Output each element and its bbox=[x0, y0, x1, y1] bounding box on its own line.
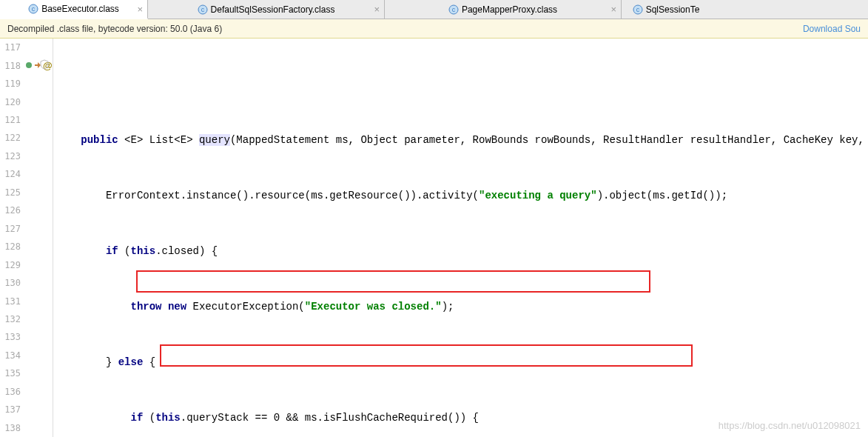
inspection-shield-icon[interactable] bbox=[39, 59, 50, 72]
svg-text:c: c bbox=[201, 6, 204, 13]
svg-text:c: c bbox=[452, 6, 456, 13]
line-number: 130 bbox=[0, 278, 24, 288]
line-number: 134 bbox=[0, 350, 24, 361]
line-number: 137 bbox=[0, 404, 24, 415]
decompile-info-text: Decompiled .class file, bytecode version… bbox=[7, 24, 222, 34]
class-file-icon: c bbox=[28, 4, 38, 14]
code-line: throw new ExecutorException("Executor wa… bbox=[56, 298, 868, 316]
tab-label: DefaultSqlSessionFactory.class bbox=[211, 4, 335, 15]
class-file-icon: c bbox=[448, 4, 459, 15]
code-line: public <E> List<E> query(MappedStatement… bbox=[56, 131, 868, 150]
code-area[interactable]: public <E> List<E> query(MappedStatement… bbox=[53, 39, 868, 437]
line-number: 131 bbox=[0, 296, 24, 307]
override-indicator-icon[interactable] bbox=[25, 60, 33, 71]
code-line: } else { bbox=[56, 353, 868, 372]
line-number: 132 bbox=[0, 314, 24, 324]
tab-base-executor[interactable]: c BaseExecutor.class × bbox=[0, 0, 148, 19]
line-number: 120 bbox=[0, 97, 24, 107]
tab-sql-session-te[interactable]: c SqlSessionTe bbox=[622, 0, 710, 19]
close-icon[interactable]: × bbox=[610, 4, 616, 14]
tab-default-sql-session[interactable]: c DefaultSqlSessionFactory.class × bbox=[148, 0, 385, 19]
close-icon[interactable]: × bbox=[137, 4, 143, 14]
svg-text:c: c bbox=[636, 6, 639, 13]
svg-text:c: c bbox=[32, 5, 36, 13]
line-number: 121 bbox=[0, 115, 24, 125]
line-number: 122 bbox=[0, 133, 24, 143]
code-line: if (this.closed) { bbox=[56, 242, 868, 261]
svg-point-8 bbox=[26, 62, 32, 68]
editor-area: 117 118 @ 119 120 121 122 123 124 125 12… bbox=[0, 39, 868, 437]
editor-tabs: c BaseExecutor.class × c DefaultSqlSessi… bbox=[0, 0, 868, 19]
line-number: 128 bbox=[0, 241, 24, 252]
line-number: 138 bbox=[0, 423, 24, 433]
decompile-info-bar: Decompiled .class file, bytecode version… bbox=[0, 19, 868, 39]
line-number: 119 bbox=[0, 79, 24, 89]
tab-label: PageMapperProxy.class bbox=[462, 4, 557, 15]
line-number: 136 bbox=[0, 387, 24, 397]
line-number: 127 bbox=[0, 224, 24, 234]
tab-page-mapper-proxy[interactable]: c PageMapperProxy.class × bbox=[385, 0, 622, 19]
line-number: 129 bbox=[0, 260, 24, 270]
line-number: 126 bbox=[0, 205, 24, 216]
code-line: ErrorContext.instance().resource(ms.getR… bbox=[56, 187, 868, 205]
line-number: 118 bbox=[0, 61, 24, 71]
line-number: 124 bbox=[0, 169, 24, 179]
class-file-icon: c bbox=[633, 4, 643, 15]
gutter: 117 118 @ 119 120 121 122 123 124 125 12… bbox=[0, 39, 53, 437]
line-number: 117 bbox=[0, 42, 24, 53]
tab-label: BaseExecutor.class bbox=[41, 4, 119, 14]
code-line bbox=[56, 76, 868, 94]
highlight-annotation bbox=[136, 270, 650, 293]
close-icon[interactable]: × bbox=[374, 4, 380, 14]
watermark-text: https://blog.csdn.net/u012098021 bbox=[719, 420, 861, 431]
line-number: 125 bbox=[0, 187, 24, 198]
line-number: 135 bbox=[0, 368, 24, 378]
line-number: 133 bbox=[0, 332, 24, 342]
tab-label: SqlSessionTe bbox=[646, 4, 700, 15]
line-number: 123 bbox=[0, 151, 24, 161]
class-file-icon: c bbox=[198, 4, 208, 15]
download-sources-link[interactable]: Download Sou bbox=[803, 24, 861, 34]
